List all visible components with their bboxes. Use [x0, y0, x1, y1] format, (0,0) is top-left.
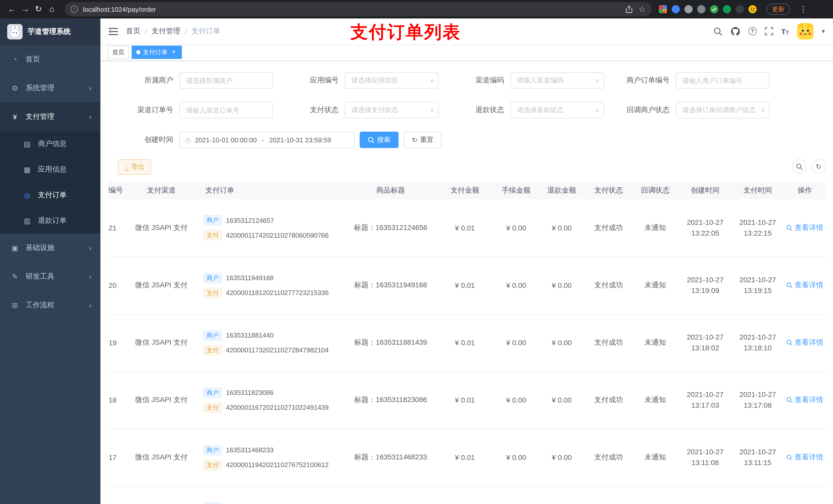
cell-pay-time: 2021-10-27 13:17:08 — [732, 371, 784, 429]
browser-reload-icon[interactable]: ↻ — [32, 3, 45, 16]
refresh-table-icon[interactable]: ↻ — [811, 159, 826, 174]
pay-status-select[interactable]: 请选择支付状态 ∨ — [345, 102, 438, 118]
card-icon: ▤ — [23, 140, 32, 148]
view-detail-link[interactable]: 查看详情 — [786, 395, 823, 405]
breadcrumb-separator: / — [145, 27, 147, 35]
channel-code-select[interactable]: 请输入渠道编码 ∨ — [510, 72, 604, 89]
extension-face-icon[interactable] — [748, 5, 757, 13]
create-date: 2021-10-27 — [679, 332, 732, 343]
search-button[interactable]: 搜索 — [360, 131, 399, 148]
cell-action: 查看详情 — [784, 199, 826, 257]
extension-green-check-icon[interactable] — [710, 5, 718, 13]
tab-close-icon[interactable]: × — [170, 49, 177, 56]
chevron-down-icon: ∨ — [761, 107, 765, 114]
merchant-order-no-input[interactable] — [676, 72, 769, 89]
breadcrumb-home[interactable]: 首页 — [126, 27, 140, 36]
view-detail-link[interactable]: 查看详情 — [786, 453, 823, 462]
merchant-tag: 商户 — [204, 502, 222, 504]
refund-status-select[interactable]: 请选择退款状态 ∨ — [510, 102, 604, 118]
font-size-icon[interactable]: TT — [781, 27, 789, 35]
extension-green-icon[interactable] — [723, 5, 731, 13]
cell-refund: ¥ 0.00 — [538, 429, 586, 486]
cell-title — [346, 486, 435, 504]
pay-time: 13:17:08 — [732, 400, 784, 411]
tab-home[interactable]: 首页 — [108, 46, 129, 59]
fullscreen-icon[interactable] — [765, 27, 773, 35]
browser-forward-icon[interactable]: → — [19, 3, 32, 16]
select-placeholder: 请选择订单回调商户状态 — [682, 105, 759, 115]
app-title: 芋道管理系统 — [28, 27, 71, 37]
bookmark-star-icon[interactable]: ☆ — [639, 5, 645, 14]
cell-id: 19 — [108, 314, 125, 371]
cell-order: 商户 1635312124657 支付 42000011742021102780… — [197, 199, 346, 257]
merchant-select-input[interactable] — [179, 72, 273, 89]
pay-time: 13:22:15 — [732, 228, 784, 239]
user-avatar[interactable] — [797, 23, 813, 40]
browser-update-button[interactable]: 更新 — [766, 4, 790, 15]
view-detail-link[interactable]: 查看详情 — [786, 223, 823, 233]
browser-home-icon[interactable]: ⌂ — [45, 3, 58, 16]
cell-fee: ¥ 0.00 — [494, 257, 538, 314]
share-icon[interactable] — [625, 5, 633, 13]
tab-label: 支付订单 — [143, 48, 168, 56]
cell-status: 支付成功 — [586, 257, 632, 314]
address-bar[interactable]: i localhost:1024/pay/order ☆ — [65, 2, 652, 16]
cell-amount: ¥ 0.01 — [435, 199, 494, 257]
sidebar-item-label: 基础设施 — [26, 243, 54, 253]
sidebar-item-workflow[interactable]: ⊞ 工作流程 ∨ — [0, 291, 100, 320]
logo[interactable]: 芋道管理系统 — [0, 19, 100, 45]
view-detail-link[interactable]: 查看详情 — [786, 281, 823, 290]
cell-channel — [125, 486, 197, 504]
table-row: 19 微信 JSAPI 支付 商户 1635311881440 支付 42000… — [108, 314, 826, 371]
extension-dark-icon[interactable] — [736, 5, 744, 13]
breadcrumb-pay[interactable]: 支付管理 — [152, 27, 180, 36]
cell-title: 标题：1635311949168 — [346, 257, 435, 314]
cell-order: 商户 1635311468233 支付 42000011942021102767… — [197, 429, 346, 486]
col-pay-time: 支付时间 — [732, 182, 784, 199]
search-icon[interactable] — [713, 27, 722, 35]
sidebar-item-home[interactable]: ◔ 首页 — [0, 45, 100, 74]
sidebar-item-label: 支付管理 — [26, 112, 54, 121]
pay-date: 2021-10-27 — [732, 274, 784, 285]
extension-grey-icon[interactable] — [685, 5, 693, 13]
select-placeholder: 请选择退款状态 — [517, 105, 593, 115]
toggle-search-icon[interactable] — [792, 159, 806, 174]
page-content: 所属商户 应用编号 请选择应用信息 ∨ 渠道编码 请输入渠道编码 — [100, 61, 833, 504]
browser-menu-icon[interactable]: ⋮ — [799, 5, 808, 14]
github-icon[interactable] — [730, 27, 740, 36]
avatar-caret-icon[interactable]: ▾ — [822, 28, 825, 35]
hamburger-icon[interactable] — [109, 27, 118, 35]
notify-status-select[interactable]: 请选择订单回调商户状态 ∨ — [676, 102, 769, 118]
sidebar-item-pay-order[interactable]: ◎ 支付订单 — [0, 182, 100, 208]
app-id-select[interactable]: 请选择应用信息 ∨ — [345, 72, 438, 89]
cell-id — [108, 486, 125, 504]
view-detail-label: 查看详情 — [794, 281, 823, 290]
yen-icon: ¥ — [10, 113, 20, 121]
col-title: 商品标题 — [346, 182, 435, 199]
sidebar-item-pay[interactable]: ¥ 支付管理 ∧ — [0, 102, 100, 131]
sidebar-item-merchant-info[interactable]: ▤ 商户信息 — [0, 131, 100, 157]
site-info-icon[interactable]: i — [71, 6, 78, 13]
channel-order-no-input[interactable] — [179, 102, 273, 118]
sidebar-item-refund-order[interactable]: ▥ 退款订单 — [0, 208, 100, 234]
create-time-range-input[interactable]: ◷ 2021-10-01 00:00:00 - 2021-10-31 23:59… — [179, 131, 355, 148]
browser-back-icon[interactable]: ← — [5, 3, 19, 16]
table-header-row: 编号 支付渠道 支付订单 商品标题 支付金额 手续金额 退款金额 支付状态 回调… — [108, 182, 826, 199]
merchant-order-no: 1635311823086 — [226, 389, 273, 397]
cell-status: 支付成功 — [586, 429, 632, 486]
extension-blue-icon[interactable] — [672, 5, 680, 13]
help-icon[interactable]: ? — [748, 27, 756, 35]
tab-pay-order[interactable]: 支付订单 × — [132, 46, 182, 59]
sidebar-item-label: 系统管理 — [26, 83, 54, 93]
sidebar-item-system[interactable]: ⚙ 系统管理 ∨ — [0, 74, 100, 102]
sidebar-item-label: 退款订单 — [38, 216, 67, 225]
view-detail-link[interactable]: 查看详情 — [786, 338, 823, 347]
reset-button[interactable]: ↻ 重置 — [404, 131, 442, 148]
cell-title: 标题：1635312124656 — [346, 199, 435, 257]
extension-grid-icon[interactable]: 10 — [659, 5, 667, 13]
sidebar-item-app-info[interactable]: ▦ 应用信息 — [0, 157, 100, 182]
sidebar-item-infra[interactable]: ▣ 基础设施 ∨ — [0, 234, 100, 262]
extension-grey2-icon[interactable] — [697, 5, 706, 13]
export-button[interactable]: ↓ 导出 — [118, 159, 151, 175]
sidebar-item-devtools[interactable]: ✎ 研发工具 ∨ — [0, 262, 100, 291]
